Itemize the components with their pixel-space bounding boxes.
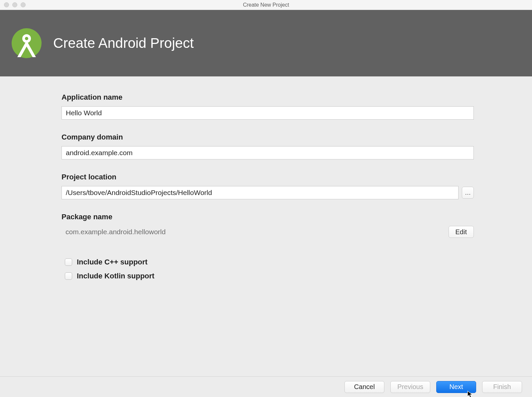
application-name-label: Application name	[62, 93, 474, 102]
window-controls	[4, 2, 26, 7]
kotlin-support-checkbox[interactable]	[65, 272, 72, 280]
cpp-support-row: Include C++ support	[65, 258, 474, 266]
minimize-window-icon[interactable]	[12, 2, 17, 7]
application-name-field: Application name	[62, 93, 474, 120]
titlebar: Create New Project	[0, 0, 532, 10]
browse-location-button[interactable]: …	[462, 187, 474, 199]
edit-package-button[interactable]: Edit	[449, 226, 474, 238]
project-location-input[interactable]	[62, 186, 459, 199]
zoom-window-icon[interactable]	[21, 2, 26, 7]
page-title: Create Android Project	[53, 35, 194, 51]
previous-button[interactable]: Previous	[390, 381, 430, 393]
close-window-icon[interactable]	[4, 2, 9, 7]
android-studio-logo-icon	[10, 27, 43, 60]
package-name-label: Package name	[62, 213, 474, 221]
kotlin-support-label: Include Kotlin support	[77, 272, 154, 280]
form: Application name Company domain Project …	[0, 76, 532, 280]
kotlin-support-row: Include Kotlin support	[65, 272, 474, 280]
package-name-value: com.example.android.helloworld	[62, 228, 166, 236]
company-domain-label: Company domain	[62, 133, 474, 142]
application-name-input[interactable]	[62, 106, 474, 120]
company-domain-input[interactable]	[62, 146, 474, 159]
options-group: Include C++ support Include Kotlin suppo…	[62, 258, 474, 280]
finish-button[interactable]: Finish	[482, 381, 522, 393]
wizard-footer: Cancel Previous Next Finish	[0, 376, 532, 397]
cpp-support-label: Include C++ support	[77, 258, 148, 266]
next-button-label: Next	[449, 383, 463, 390]
cpp-support-checkbox[interactable]	[65, 258, 72, 266]
project-location-label: Project location	[62, 173, 474, 181]
cancel-button[interactable]: Cancel	[344, 381, 384, 393]
company-domain-field: Company domain	[62, 133, 474, 159]
package-name-field: Package name com.example.android.hellowo…	[62, 213, 474, 238]
next-button[interactable]: Next	[436, 381, 476, 393]
window-title: Create New Project	[0, 2, 532, 8]
page-header: Create Android Project	[0, 10, 532, 76]
project-location-field: Project location …	[62, 173, 474, 199]
cursor-icon	[467, 391, 473, 397]
